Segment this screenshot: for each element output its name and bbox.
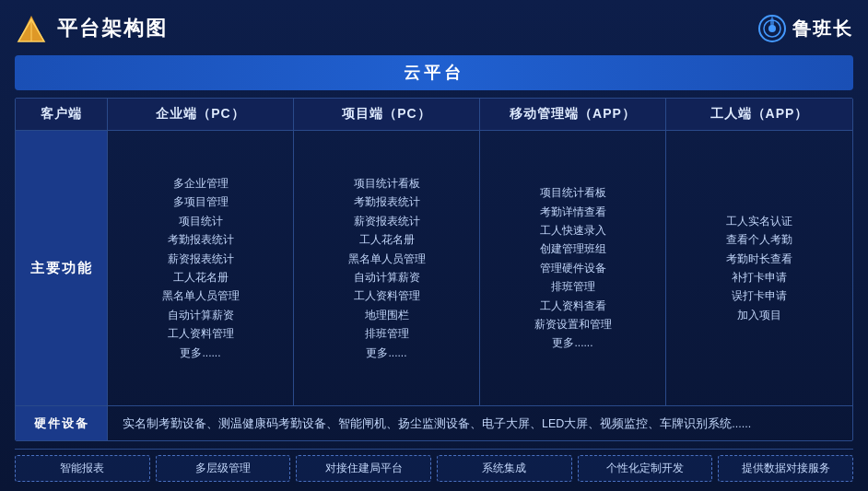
col-header-client: 客户端 — [16, 99, 108, 131]
list-item: 排班管理 — [348, 324, 426, 343]
col-header-project: 项目端（PC） — [294, 99, 480, 131]
col-header-mobile: 移动管理端（APP） — [480, 99, 666, 131]
list-item: 多企业管理 — [162, 174, 240, 193]
list-item: 工人实名认证 — [726, 212, 792, 230]
list-item: 自动计算薪资 — [162, 306, 240, 324]
list-item: 工人花名册 — [162, 268, 240, 286]
main-features-label: 主要功能 — [30, 260, 93, 277]
col-header-worker: 工人端（APP） — [666, 99, 852, 131]
header: 平台架构图 鲁班长 — [15, 9, 853, 48]
list-item: 考勤报表统计 — [162, 230, 240, 249]
list-item: 工人花名册 — [348, 230, 426, 249]
cloud-banner: 云平台 — [15, 55, 853, 90]
tag-smart-report: 智能报表 — [15, 455, 150, 482]
list-item: 排班管理 — [534, 277, 612, 296]
brand-logo-icon — [757, 14, 787, 43]
tag-multi-level: 多层级管理 — [156, 455, 291, 482]
list-item: 项目统计 — [162, 212, 240, 230]
hardware-devices-text: 实名制考勤设备、测温健康码考勤设备、智能闸机、扬尘监测设备、电子大屏、LED大屏… — [123, 415, 751, 433]
list-item: 多项目管理 — [162, 193, 240, 211]
tag-label: 对接住建局平台 — [325, 462, 403, 474]
column-headers: 客户端 企业端（PC） 项目端（PC） 移动管理端（APP） 工人端（APP） — [16, 99, 852, 131]
header-left: 平台架构图 — [15, 12, 168, 45]
list-item: 项目统计看板 — [534, 183, 612, 202]
project-feature-list: 项目统计看板 考勤报表统计 薪资报表统计 工人花名册 黑名单人员管理 自动计算薪… — [348, 174, 426, 362]
hardware-content: 实名制考勤设备、测温健康码考勤设备、智能闸机、扬尘监测设备、电子大屏、LED大屏… — [108, 406, 852, 440]
list-item: 工人资料管理 — [162, 324, 240, 343]
tag-custom-dev: 个性化定制开发 — [578, 455, 713, 482]
bottom-tags: 智能报表 多层级管理 对接住建局平台 系统集成 个性化定制开发 提供数据对接服务 — [15, 449, 853, 482]
logo-icon — [15, 12, 48, 45]
worker-feature-list: 工人实名认证 查看个人考勤 考勤时长查看 补打卡申请 误打卡申请 加入项目 — [726, 212, 792, 324]
enterprise-feature-list: 多企业管理 多项目管理 项目统计 考勤报表统计 薪资报表统计 工人花名册 黑名单… — [162, 174, 240, 362]
header-right: 鲁班长 — [757, 14, 853, 43]
page-wrapper: 平台架构图 鲁班长 云平台 客户端 企业端（PC） 项目端（PC） 移动管理端（… — [0, 0, 868, 491]
main-table: 客户端 企业端（PC） 项目端（PC） 移动管理端（APP） 工人端（APP） … — [15, 98, 853, 441]
list-item: 薪资报表统计 — [348, 212, 426, 230]
project-features-cell: 项目统计看板 考勤报表统计 薪资报表统计 工人花名册 黑名单人员管理 自动计算薪… — [294, 131, 480, 405]
content-row: 主要功能 多企业管理 多项目管理 项目统计 考勤报表统计 薪资报表统计 工人花名… — [16, 131, 852, 405]
list-item: 查看个人考勤 — [726, 230, 792, 249]
tag-system-integration: 系统集成 — [437, 455, 572, 482]
tag-label: 个性化定制开发 — [606, 462, 684, 474]
tag-gov-platform: 对接住建局平台 — [296, 455, 431, 482]
list-item: 自动计算薪资 — [348, 268, 426, 286]
list-item: 工人资料查看 — [534, 297, 612, 315]
list-item: 考勤时长查看 — [726, 250, 792, 268]
list-item: 更多...... — [162, 344, 240, 362]
list-item: 更多...... — [534, 333, 612, 352]
tag-label: 提供数据对接服务 — [742, 462, 830, 474]
list-item: 补打卡申请 — [726, 268, 792, 286]
list-item: 薪资设置和管理 — [534, 315, 612, 333]
list-item: 考勤详情查看 — [534, 203, 612, 221]
list-item: 工人快速录入 — [534, 221, 612, 240]
list-item: 管理硬件设备 — [534, 259, 612, 277]
list-item: 项目统计看板 — [348, 174, 426, 193]
tag-label: 系统集成 — [482, 462, 526, 474]
mobile-feature-list: 项目统计看板 考勤详情查看 工人快速录入 创建管理班组 管理硬件设备 排班管理 … — [534, 183, 612, 353]
page-title: 平台架构图 — [57, 15, 168, 42]
col-header-enterprise: 企业端（PC） — [108, 99, 294, 131]
list-item: 误打卡申请 — [726, 286, 792, 305]
list-item: 黑名单人员管理 — [348, 250, 426, 268]
hardware-row: 硬件设备 实名制考勤设备、测温健康码考勤设备、智能闸机、扬尘监测设备、电子大屏、… — [16, 405, 852, 440]
tag-data-service: 提供数据对接服务 — [718, 455, 853, 482]
hardware-label: 硬件设备 — [34, 415, 89, 432]
list-item: 工人资料管理 — [348, 286, 426, 305]
mobile-features-cell: 项目统计看板 考勤详情查看 工人快速录入 创建管理班组 管理硬件设备 排班管理 … — [480, 131, 666, 405]
list-item: 薪资报表统计 — [162, 250, 240, 268]
list-item: 黑名单人员管理 — [162, 286, 240, 305]
brand-name: 鲁班长 — [792, 17, 853, 41]
list-item: 考勤报表统计 — [348, 193, 426, 211]
hardware-label-cell: 硬件设备 — [16, 406, 108, 440]
enterprise-features-cell: 多企业管理 多项目管理 项目统计 考勤报表统计 薪资报表统计 工人花名册 黑名单… — [108, 131, 294, 405]
main-features-label-cell: 主要功能 — [16, 131, 108, 405]
cloud-platform-label: 云平台 — [404, 64, 464, 82]
worker-features-cell: 工人实名认证 查看个人考勤 考勤时长查看 补打卡申请 误打卡申请 加入项目 — [666, 131, 852, 405]
tag-label: 多层级管理 — [195, 462, 251, 474]
list-item: 创建管理班组 — [534, 240, 612, 258]
tag-label: 智能报表 — [60, 462, 104, 474]
list-item: 更多...... — [348, 344, 426, 362]
list-item: 地理围栏 — [348, 306, 426, 324]
list-item: 加入项目 — [726, 306, 792, 324]
